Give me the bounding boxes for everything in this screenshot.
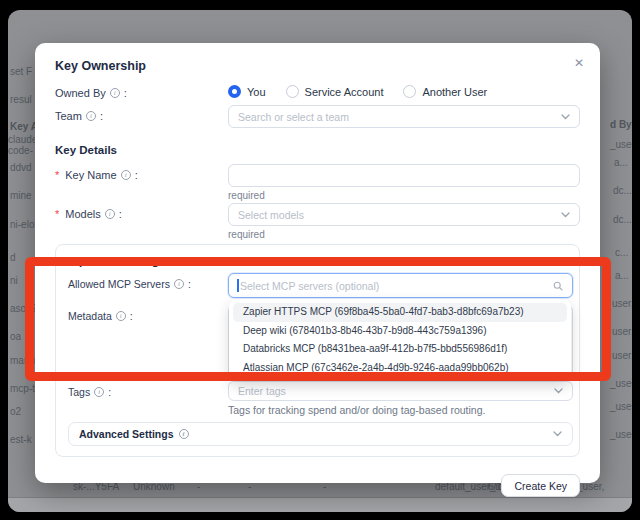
optional-settings-card: Optional Settings Allowed MCP Servers i … — [55, 244, 580, 457]
chevron-down-icon — [554, 388, 563, 394]
team-select[interactable]: Search or select a team — [228, 105, 580, 128]
close-icon[interactable]: ✕ — [574, 56, 584, 70]
bg-text: dc... — [613, 214, 632, 226]
radio-unselected-icon — [286, 85, 299, 98]
optional-settings-toggle[interactable]: Optional Settings — [68, 253, 573, 267]
optional-settings-heading: Optional Settings — [70, 255, 165, 267]
key-name-label: Key Name — [65, 169, 116, 181]
info-icon[interactable]: i — [110, 88, 120, 98]
bg-text: ason2 — [10, 303, 37, 315]
tags-label-group: Tags i : — [68, 381, 228, 398]
info-icon[interactable]: i — [105, 209, 115, 219]
tags-help-text: Tags for tracking spend and/or doing tag… — [228, 404, 573, 416]
info-icon[interactable]: i — [179, 429, 189, 439]
owned-by-label: Owned By — [55, 87, 106, 99]
models-label: Models — [65, 208, 100, 220]
owned-by-radio-group: You Service Account Another User — [228, 82, 580, 98]
radio-owned-by-service-account[interactable]: Service Account — [286, 85, 384, 98]
bg-text: user, — [612, 298, 632, 310]
bg-text: o2 — [10, 406, 21, 418]
advanced-settings-heading: Advanced Settings — [79, 428, 174, 440]
bg-text: user, — [612, 350, 632, 362]
bg-text: _user, — [610, 378, 632, 390]
search-icon — [553, 281, 563, 291]
advanced-settings-toggle[interactable]: Advanced Settings i — [68, 422, 573, 446]
required-asterisk: * — [55, 208, 59, 220]
label-colon: : — [188, 278, 191, 290]
required-asterisk: * — [55, 169, 59, 181]
key-name-required-note: required — [228, 190, 580, 201]
bg-text: a... — [614, 157, 628, 169]
radio-label: Another User — [422, 86, 487, 98]
bg-text: c... — [615, 247, 628, 259]
bg-text: _user, — [610, 429, 632, 441]
label-colon: : — [119, 208, 122, 220]
radio-label: You — [247, 86, 266, 98]
label-colon: : — [124, 87, 127, 99]
key-name-row: * Key Name i : required — [55, 164, 580, 201]
radio-selected-icon — [228, 85, 241, 98]
radio-label: Service Account — [305, 86, 384, 98]
mcp-label-group: Allowed MCP Servers i : — [68, 273, 228, 290]
info-icon[interactable]: i — [174, 279, 184, 289]
bg-text: _user, — [610, 401, 632, 413]
create-key-button[interactable]: Create Key — [501, 474, 580, 497]
text-cursor — [237, 279, 239, 292]
key-name-input[interactable] — [228, 164, 580, 187]
info-icon[interactable]: i — [116, 311, 126, 321]
info-icon[interactable]: i — [94, 387, 104, 397]
bg-text: user, — [612, 326, 632, 338]
dropdown-option-databricks[interactable]: Databricks MCP (b8431bea-aa9f-412b-b7f5-… — [233, 340, 567, 359]
bg-text: d — [10, 252, 16, 264]
metadata-label-group: Metadata i : — [68, 305, 228, 322]
bg-footer-band — [8, 498, 632, 512]
bg-text: d By — [610, 119, 632, 131]
info-icon[interactable]: i — [121, 170, 131, 180]
radio-owned-by-you[interactable]: You — [228, 85, 266, 98]
bg-text: set F — [10, 66, 32, 78]
owned-by-row: Owned By i : You Service Account Another… — [55, 82, 580, 99]
mcp-servers-row: Allowed MCP Servers i : Select MCP serve… — [68, 273, 573, 298]
bg-text: a... — [615, 270, 629, 282]
bg-text: _user, — [610, 139, 632, 151]
radio-unselected-icon — [403, 85, 416, 98]
team-placeholder: Search or select a team — [238, 111, 349, 123]
tags-select[interactable]: Enter tags — [228, 381, 573, 401]
chevron-down-icon — [561, 212, 570, 218]
key-ownership-modal: Key Ownership ✕ Owned By i : You Service… — [35, 43, 600, 483]
bg-text: code- — [8, 145, 33, 157]
label-colon: : — [108, 386, 111, 398]
bg-text: oa — [10, 331, 21, 343]
mcp-servers-input[interactable]: Select MCP servers (optional) — [228, 273, 573, 298]
chevron-down-icon — [553, 431, 562, 437]
mcp-servers-dropdown: Zapier HTTPS MCP (69f8ba45-5ba0-4fd7-bab… — [229, 299, 571, 381]
dropdown-option-atlassian[interactable]: Atlassian MCP (67c3462e-2a4b-4d9b-9246-a… — [233, 359, 567, 378]
label-colon: : — [135, 169, 138, 181]
mcp-placeholder: Select MCP servers (optional) — [238, 280, 379, 292]
models-select[interactable]: Select models — [228, 203, 580, 226]
bg-text: Key A — [10, 121, 38, 133]
mcp-servers-label: Allowed MCP Servers — [68, 278, 170, 290]
owned-by-label-group: Owned By i : — [55, 82, 228, 99]
bg-text: resul — [10, 94, 32, 106]
dropdown-option-deep-wiki[interactable]: Deep wiki (678401b3-8b46-43b7-b9d8-443c7… — [233, 322, 567, 341]
bg-text: dc... — [613, 185, 632, 197]
bg-text: mcp-t — [10, 383, 35, 395]
label-colon: : — [100, 110, 103, 122]
dropdown-option-zapier[interactable]: Zapier HTTPS MCP (69f8ba45-5ba0-4fd7-bab… — [233, 303, 567, 322]
metadata-label: Metadata — [68, 310, 112, 322]
bg-text: est-k — [10, 434, 32, 446]
bg-text: ni-elo — [10, 219, 34, 231]
models-placeholder: Select models — [238, 209, 304, 221]
team-row: Team i : Search or select a team — [55, 105, 580, 128]
key-details-heading: Key Details — [55, 144, 580, 156]
bg-text: manu — [10, 355, 35, 367]
models-label-group: * Models i : — [55, 203, 228, 220]
info-icon[interactable]: i — [86, 111, 96, 121]
bg-text: ddvd — [10, 162, 32, 174]
label-colon: : — [130, 310, 133, 322]
key-name-label-group: * Key Name i : — [55, 164, 228, 181]
team-label: Team — [55, 110, 82, 122]
bg-text: ni — [10, 275, 18, 287]
radio-owned-by-another-user[interactable]: Another User — [403, 85, 487, 98]
